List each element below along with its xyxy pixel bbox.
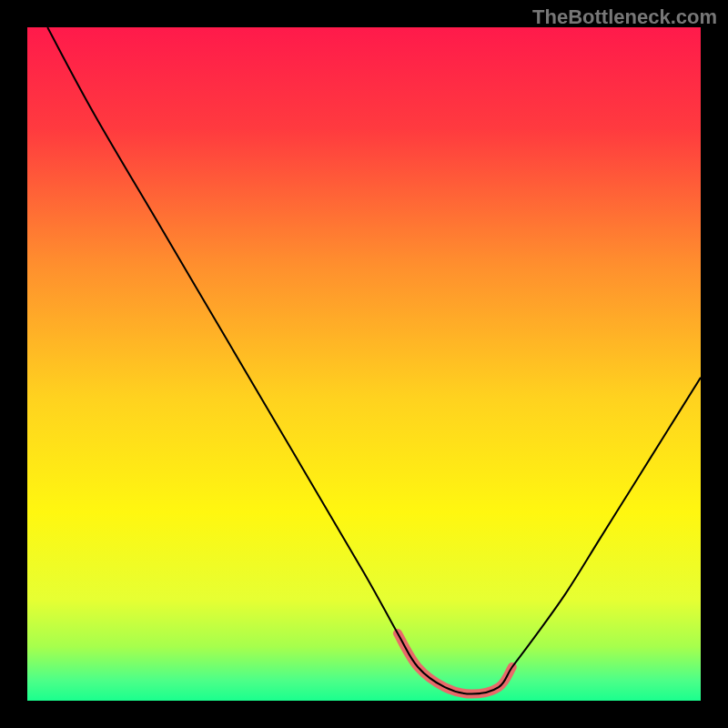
curve-layer xyxy=(27,27,701,701)
chart-container: TheBottleneck.com xyxy=(0,0,728,728)
plot-area xyxy=(27,27,701,701)
watermark-text: TheBottleneck.com xyxy=(532,5,717,29)
bottleneck-curve xyxy=(47,27,701,694)
